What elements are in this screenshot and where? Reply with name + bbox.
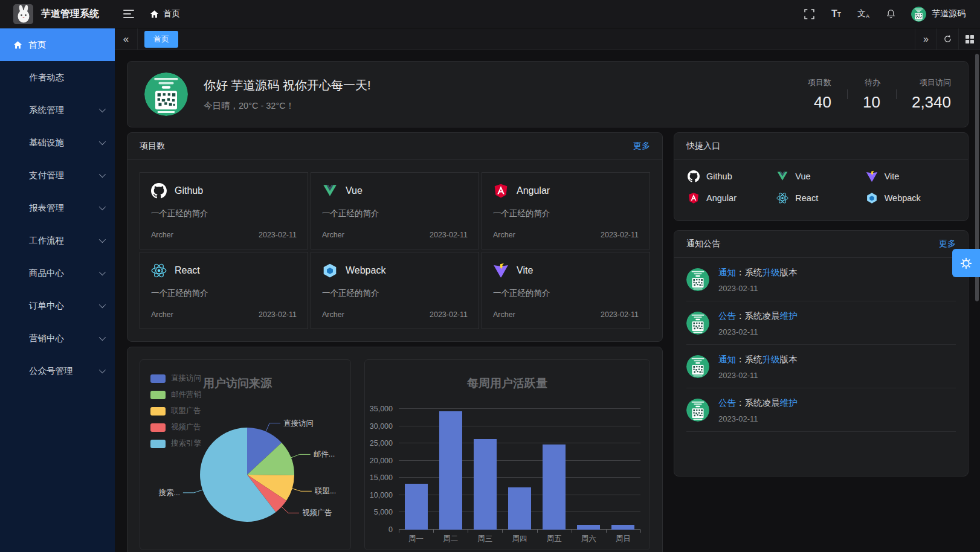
- project-date: 2023-02-11: [259, 231, 297, 239]
- stat-value: 40: [808, 93, 831, 112]
- fullscreen-icon[interactable]: [802, 7, 816, 21]
- sidebar-item-基础设施[interactable]: 基础设施: [0, 126, 115, 159]
- sidebar-item-label: 基础设施: [29, 137, 64, 149]
- shortcut-Vue[interactable]: Vue: [776, 170, 865, 182]
- y-axis-tick-label: 20,000: [370, 457, 393, 465]
- sidebar-item-label: 商品中心: [29, 268, 64, 279]
- sidebar-item-订单中心[interactable]: 订单中心: [0, 289, 115, 322]
- refresh-icon-button[interactable]: [936, 28, 958, 50]
- font-size-icon[interactable]: TT: [830, 7, 843, 21]
- project-author: Archer: [151, 231, 173, 239]
- breadcrumb[interactable]: 首页: [150, 8, 180, 19]
- chevron-down-icon: [99, 138, 106, 145]
- notices-card: 通知公告 更多 通知：系: [674, 230, 969, 477]
- shortcut-React[interactable]: React: [776, 192, 865, 204]
- app-root: 芋道管理系统 首页 TT文A 芋道源码: [0, 0, 980, 552]
- notices-more-link[interactable]: 更多: [939, 239, 956, 249]
- pie-chart-svg: 直接访问邮件...联盟...视频广告搜索...: [140, 360, 352, 551]
- stat-label: 项目访问: [912, 77, 951, 88]
- stat-value: 2,340: [912, 93, 951, 112]
- double-arrow-right-icon-button[interactable]: »: [915, 28, 936, 50]
- project-name: Vue: [346, 185, 363, 196]
- bar-周六: [577, 525, 600, 530]
- shortcut-Vite[interactable]: Vite: [866, 170, 955, 182]
- bell-icon[interactable]: [884, 7, 897, 21]
- settings-drawer-button[interactable]: [952, 249, 980, 277]
- stat-待办: 待办 10: [847, 77, 880, 112]
- project-card-React[interactable]: React 一个正经的简介 Archer2023-02-11: [140, 252, 308, 329]
- chevron-down-icon: [99, 236, 106, 243]
- sidebar-item-label: 首页: [28, 39, 46, 51]
- refresh-icon: [943, 34, 952, 43]
- x-axis-tick: [537, 530, 538, 533]
- sidebar-toggle-icon[interactable]: [123, 10, 134, 18]
- sidebar-item-工作流程[interactable]: 工作流程: [0, 224, 115, 257]
- notices-list: 通知：系统升级版本 2023-02-11: [674, 258, 968, 432]
- bar-周二: [439, 411, 462, 530]
- grid-icon-button[interactable]: [958, 28, 980, 50]
- sidebar-item-支付管理[interactable]: 支付管理: [0, 159, 115, 191]
- notice-item[interactable]: 公告：系统凌晨维护 2023-02-11: [686, 388, 956, 432]
- sidebar-item-首页[interactable]: 首页: [0, 28, 115, 61]
- sidebar-item-营销中心[interactable]: 营销中心: [0, 322, 115, 355]
- tabbar-right-actions: »: [915, 28, 980, 50]
- app-title: 芋道管理系统: [41, 8, 99, 21]
- project-card-Github[interactable]: Github 一个正经的简介 Archer2023-02-11: [140, 172, 308, 249]
- project-card-Angular[interactable]: Angular 一个正经的简介 Archer2023-02-11: [482, 172, 650, 249]
- translate-icon[interactable]: 文A: [857, 7, 870, 21]
- shortcut-label: Github: [706, 172, 732, 181]
- notice-date: 2023-02-11: [718, 371, 798, 380]
- projects-more-link[interactable]: 更多: [633, 141, 650, 152]
- collapse-sidebar-button[interactable]: «: [115, 28, 138, 50]
- rabbit-logo-image: [13, 4, 33, 24]
- stat-项目访问: 项目访问 2,340: [896, 77, 951, 112]
- sidebar-item-商品中心[interactable]: 商品中心: [0, 257, 115, 289]
- sidebar-item-label: 报表管理: [29, 202, 64, 214]
- left-column: 项目数 更多 Github 一个正经的简介 Archer2023-02-11 V…: [127, 132, 663, 552]
- project-card-Vite[interactable]: Vite 一个正经的简介 Archer2023-02-11: [482, 252, 650, 329]
- welcome-card: 你好 芋道源码 祝你开心每一天! 今日晴，20°C - 32°C！ 项目数 40…: [127, 61, 969, 127]
- x-axis-tick: [433, 530, 434, 533]
- project-author: Archer: [493, 231, 515, 239]
- sidebar-item-作者动态[interactable]: 作者动态: [0, 61, 115, 94]
- welcome-stats: 项目数 40 待办 10 项目访问 2,340: [776, 77, 951, 112]
- project-author: Archer: [493, 310, 515, 319]
- x-axis-tick: [606, 530, 607, 533]
- y-axis-tick-label: 5,000: [374, 508, 393, 516]
- bar-series: [399, 409, 640, 530]
- shortcuts-title: 快捷入口: [686, 141, 720, 152]
- y-axis-tick-label: 25,000: [370, 439, 393, 448]
- project-date: 2023-02-11: [430, 231, 468, 239]
- react-icon: [776, 192, 788, 204]
- gear-icon: [959, 257, 973, 270]
- user-avatar: [911, 7, 926, 22]
- notice-item[interactable]: 公告：系统凌晨维护 2023-02-11: [686, 301, 956, 345]
- shortcut-label: Webpack: [885, 193, 921, 203]
- notice-qr-avatar: [686, 355, 709, 378]
- sidebar-item-公众号管理[interactable]: 公众号管理: [0, 355, 115, 387]
- sidebar-item-label: 营销中心: [29, 333, 64, 344]
- project-author: Archer: [151, 310, 173, 319]
- app-logo[interactable]: [13, 4, 33, 24]
- shortcut-Webpack[interactable]: Webpack: [866, 192, 955, 204]
- project-card-Vue[interactable]: Vue 一个正经的简介 Archer2023-02-11: [311, 172, 479, 249]
- x-axis-tick: [640, 530, 641, 533]
- x-axis-category-label: 周四: [502, 534, 537, 544]
- top-header: 芋道管理系统 首页 TT文A 芋道源码: [0, 0, 980, 28]
- project-date: 2023-02-11: [601, 310, 639, 319]
- tab-首页[interactable]: 首页: [144, 31, 178, 48]
- shortcut-Angular[interactable]: Angular: [688, 192, 776, 204]
- user-menu[interactable]: 芋道源码: [911, 7, 965, 22]
- project-name: Github: [175, 185, 203, 196]
- shortcut-label: Vite: [885, 172, 900, 181]
- notice-item[interactable]: 通知：系统升级版本 2023-02-11: [686, 345, 956, 388]
- shortcut-Github[interactable]: Github: [688, 170, 776, 182]
- projects-grid: Github 一个正经的简介 Archer2023-02-11 Vue 一个正经…: [127, 160, 662, 341]
- notice-date: 2023-02-11: [718, 327, 798, 336]
- project-card-Webpack[interactable]: Webpack 一个正经的简介 Archer2023-02-11: [311, 252, 479, 329]
- sidebar-item-系统管理[interactable]: 系统管理: [0, 94, 115, 126]
- notice-item[interactable]: 通知：系统升级版本 2023-02-11: [686, 258, 956, 301]
- sidebar-item-报表管理[interactable]: 报表管理: [0, 191, 115, 224]
- project-author: Archer: [322, 231, 344, 239]
- bar-chart-title: 每周用户活跃量: [365, 376, 650, 391]
